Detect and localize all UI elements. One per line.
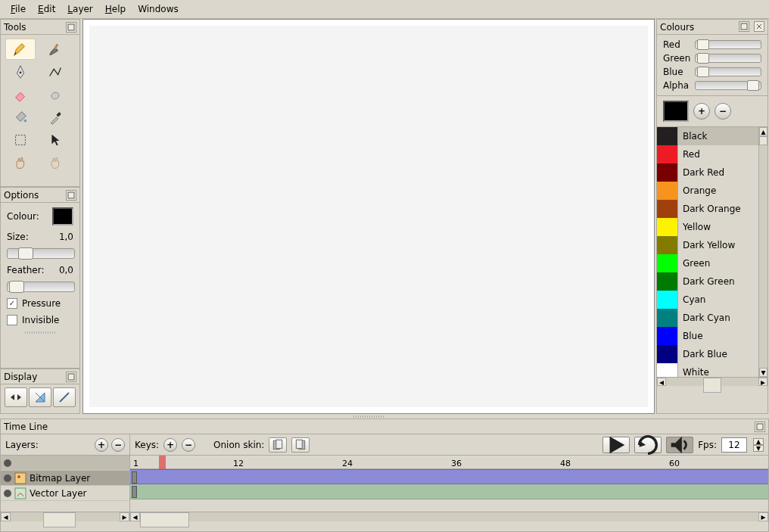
- scroll-down-arrow[interactable]: ▾: [759, 368, 767, 377]
- green-slider[interactable]: [695, 54, 761, 63]
- colours-close-icon[interactable]: [754, 21, 764, 32]
- mirror-v-button[interactable]: [29, 387, 51, 407]
- vector-layer-icon: [14, 487, 26, 499]
- smudge-tool[interactable]: [40, 84, 70, 105]
- red-slider[interactable]: [695, 40, 761, 49]
- sound-button[interactable]: [666, 437, 693, 453]
- ruler-mark: 36: [451, 456, 462, 469]
- svg-rect-0: [68, 24, 74, 30]
- track-vector[interactable]: [130, 484, 768, 499]
- display-panel: Display: [0, 369, 80, 414]
- feather-slider[interactable]: [7, 282, 75, 292]
- timeline-ruler[interactable]: 11224364860: [130, 456, 768, 469]
- colour-item[interactable]: Dark Blue: [657, 345, 758, 363]
- colour-name: Dark Red: [678, 167, 724, 178]
- layer-row-bitmap[interactable]: Bitmap Layer: [1, 471, 129, 486]
- current-frame-indicator[interactable]: [159, 456, 166, 469]
- colour-item[interactable]: Dark Orange: [657, 200, 758, 218]
- colour-item[interactable]: Yellow: [657, 218, 758, 236]
- eyedropper-tool[interactable]: [40, 107, 70, 128]
- add-layer-button[interactable]: +: [95, 438, 108, 452]
- blue-slider[interactable]: [695, 67, 761, 76]
- add-colour-button[interactable]: +: [693, 103, 710, 120]
- hand-tool[interactable]: [5, 152, 36, 173]
- tools-dock-icon[interactable]: [66, 22, 76, 33]
- loop-button[interactable]: [634, 437, 662, 453]
- layers-header-row: [1, 456, 129, 471]
- menu-help[interactable]: Help: [99, 2, 132, 17]
- options-dock-icon[interactable]: [66, 190, 76, 201]
- remove-layer-button[interactable]: −: [111, 438, 125, 452]
- colour-list: BlackRedDark RedOrangeDark OrangeYellowD…: [657, 127, 758, 377]
- svg-rect-7: [68, 374, 74, 380]
- menu-edit[interactable]: Edit: [32, 2, 61, 17]
- colour-item[interactable]: Dark Green: [657, 272, 758, 291]
- onion-next-button[interactable]: [291, 437, 310, 453]
- colour-swatch-icon: [657, 200, 678, 218]
- svg-rect-9: [757, 424, 763, 430]
- onion-prev-button[interactable]: [269, 437, 287, 453]
- feather-label: Feather:: [7, 265, 44, 275]
- canvas-area[interactable]: [83, 19, 655, 414]
- colour-item[interactable]: Orange: [657, 182, 758, 200]
- play-button[interactable]: [602, 437, 630, 453]
- colour-name: Dark Orange: [678, 204, 741, 214]
- fps-down[interactable]: ▾: [753, 445, 764, 452]
- layer-row-vector[interactable]: Vector Layer: [1, 486, 129, 501]
- timeline-dock-icon[interactable]: [755, 422, 765, 432]
- svg-rect-10: [15, 473, 26, 484]
- menu-file[interactable]: File: [5, 2, 32, 17]
- display-dock-icon[interactable]: [66, 372, 76, 382]
- colour-swatch-icon: [657, 254, 678, 272]
- pressure-label: Pressure: [22, 298, 61, 309]
- move-tool[interactable]: [40, 129, 70, 151]
- colour-item[interactable]: Red: [657, 145, 758, 163]
- track-bitmap[interactable]: [130, 469, 768, 484]
- menu-windows[interactable]: Windows: [132, 2, 185, 17]
- canvas[interactable]: [89, 26, 648, 407]
- size-value: 1,0: [59, 232, 73, 242]
- svg-rect-1: [54, 44, 58, 50]
- menu-layer[interactable]: Layer: [61, 2, 98, 17]
- remove-key-button[interactable]: −: [182, 438, 195, 452]
- colour-swatch-icon: [657, 163, 678, 182]
- current-colour-swatch[interactable]: [663, 101, 689, 122]
- thin-lines-button[interactable]: [53, 387, 76, 407]
- scroll-up-arrow[interactable]: ▴: [759, 127, 767, 136]
- svg-rect-6: [68, 192, 74, 198]
- size-slider[interactable]: [7, 248, 75, 259]
- colour-vscroll[interactable]: ▴ ▾: [758, 127, 767, 377]
- pressure-checkbox[interactable]: [7, 298, 17, 309]
- colour-item[interactable]: Dark Red: [657, 163, 758, 182]
- colour-item[interactable]: White: [657, 363, 758, 377]
- colour-item[interactable]: Green: [657, 254, 758, 272]
- invisible-checkbox[interactable]: [7, 315, 17, 325]
- pen-tool[interactable]: [5, 61, 36, 82]
- colour-swatch[interactable]: [52, 207, 73, 226]
- zoom-tool[interactable]: [40, 152, 70, 173]
- pencil-tool[interactable]: [5, 39, 36, 60]
- select-tool[interactable]: [5, 129, 36, 151]
- colour-item[interactable]: Blue: [657, 327, 758, 345]
- timeline-hscroll[interactable]: ◂▸: [130, 512, 768, 521]
- options-grip[interactable]: [1, 330, 79, 334]
- bucket-tool[interactable]: [5, 107, 36, 128]
- remove-colour-button[interactable]: −: [715, 103, 731, 120]
- polyline-tool[interactable]: [40, 61, 70, 82]
- mirror-h-button[interactable]: [5, 387, 27, 407]
- colour-item[interactable]: Cyan: [657, 291, 758, 309]
- fps-input[interactable]: [721, 437, 747, 453]
- colour-hscroll[interactable]: ◂▸: [657, 377, 767, 386]
- ruler-mark: 12: [233, 456, 244, 469]
- brush-tool[interactable]: [40, 39, 70, 60]
- ruler-mark: 24: [342, 456, 353, 469]
- colour-item[interactable]: Black: [657, 127, 758, 145]
- add-key-button[interactable]: +: [163, 438, 177, 452]
- alpha-slider[interactable]: [695, 81, 761, 90]
- layers-hscroll[interactable]: ◂▸: [1, 512, 129, 521]
- colour-item[interactable]: Dark Cyan: [657, 309, 758, 327]
- colour-item[interactable]: Dark Yellow: [657, 236, 758, 254]
- timeline-tracks[interactable]: [130, 469, 768, 512]
- eraser-tool[interactable]: [5, 84, 36, 105]
- colours-dock-icon[interactable]: [739, 21, 749, 32]
